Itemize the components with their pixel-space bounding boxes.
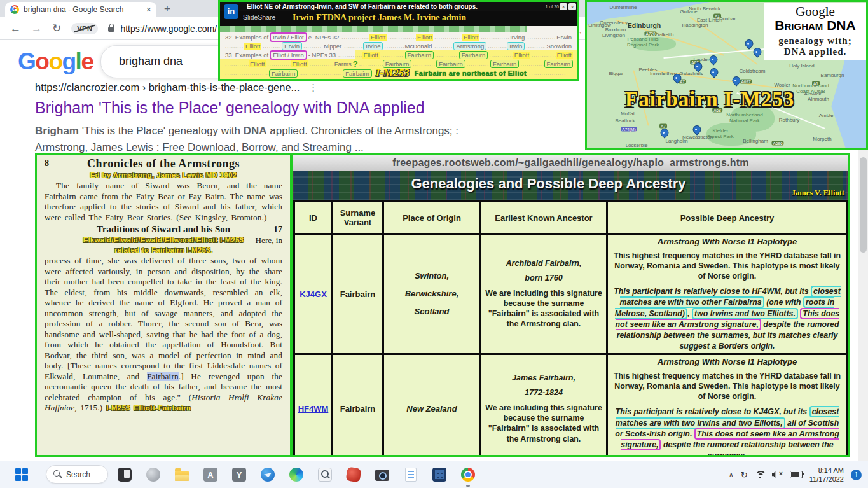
taskbar-search[interactable]: Search bbox=[46, 465, 108, 484]
map-place-label: Morpeth bbox=[813, 136, 831, 142]
wifi-icon[interactable] bbox=[755, 471, 765, 478]
notification-badge[interactable]: 1 bbox=[851, 470, 862, 480]
map-place-label: Biggar bbox=[609, 71, 623, 76]
notes-app-icon[interactable] bbox=[403, 466, 419, 483]
map-place-label: Dunbar bbox=[719, 16, 736, 22]
dotted-leader: ........................................… bbox=[224, 61, 249, 67]
deep-ancestry-text: (one with bbox=[764, 298, 803, 307]
magnifier-app-icon bbox=[318, 468, 332, 482]
result-more-icon[interactable]: ⋮ bbox=[308, 82, 318, 94]
page-scrollbar[interactable] bbox=[858, 150, 868, 461]
back-button[interactable]: ← bbox=[10, 22, 21, 35]
chrome-browser-icon[interactable] bbox=[460, 466, 476, 483]
edge-browser-icon bbox=[289, 468, 303, 482]
map-pin-icon bbox=[708, 66, 720, 78]
pager-down-icon: ∨ bbox=[568, 3, 576, 10]
map-place-label: Lockerbie bbox=[626, 143, 648, 148]
lock-icon[interactable] bbox=[108, 27, 114, 32]
google-logo[interactable]: Google bbox=[18, 48, 93, 75]
clock[interactable]: 8:14 AM 11/17/2022 bbox=[809, 466, 844, 484]
map-info-box: Google Brigham DNA genealogy with; DNA a… bbox=[764, 3, 866, 60]
book-subtitle: Traditions of Siward and his Son 17 bbox=[45, 224, 282, 235]
google-logo-letter: o bbox=[35, 48, 48, 74]
chevron-up-icon[interactable]: ∧ bbox=[729, 471, 734, 479]
surname-token: Irvine bbox=[363, 42, 383, 50]
tab-close-icon[interactable]: × bbox=[146, 4, 151, 15]
dotted-leader: ........................................… bbox=[433, 34, 462, 40]
surname-token: Fairbairn are northeast of Elliot bbox=[413, 69, 528, 77]
book-page-image: 8 Chronicles of the Armstrongs Ed by Arm… bbox=[35, 153, 292, 457]
vpn-extension-badge[interactable]: VPN bbox=[71, 23, 98, 34]
reload-button[interactable]: ↻ bbox=[52, 22, 61, 35]
surname-token: Farms bbox=[333, 60, 353, 67]
dotted-leader: ........................................… bbox=[308, 61, 333, 67]
blue-grid-app-icon[interactable] bbox=[431, 466, 448, 483]
scrollbar-thumb[interactable] bbox=[860, 157, 867, 253]
thunderbird-icon[interactable] bbox=[259, 466, 276, 483]
magnifier-app-icon[interactable] bbox=[317, 466, 333, 483]
windows-taskbar: Search AY ∧ ↻ 8:14 AM 11/17/2022 1 bbox=[0, 461, 868, 488]
result-title-link[interactable]: Brigham 'This is the Place' genealogy wi… bbox=[35, 99, 582, 117]
dotted-leader: ........................................… bbox=[224, 71, 269, 76]
battery-icon[interactable] bbox=[790, 471, 803, 478]
forward-button: → bbox=[31, 22, 42, 35]
result-breadcrumb[interactable]: https://clancrozier.com › brigham-this-i… bbox=[35, 81, 300, 94]
banner-author: James V. Elliott bbox=[792, 188, 844, 198]
address-bar[interactable]: https://www.google.com/ bbox=[120, 24, 217, 34]
letter-y-app-icon: Y bbox=[232, 468, 246, 482]
new-tab-button[interactable]: + bbox=[164, 3, 170, 15]
pinned-apps: AY bbox=[116, 461, 476, 488]
map-place-label: Northumberland National Park bbox=[726, 112, 762, 123]
slideshare-image: Elliot NE of Armstrong-Irwin, and SW of … bbox=[218, 0, 579, 81]
dotted-leader: ........................................… bbox=[526, 34, 555, 40]
edge-browser-icon[interactable] bbox=[288, 466, 305, 483]
map-place-label: Edinburgh bbox=[628, 22, 661, 29]
snippet-text: Armstrong, James Lewis : Free Download, … bbox=[35, 141, 364, 153]
info-tagline-1: genealogy with; bbox=[764, 36, 866, 46]
map-place-label: Holy Island bbox=[789, 63, 815, 69]
origin-cell: New Zealand bbox=[387, 400, 477, 418]
surname-token: Snowdon bbox=[545, 43, 573, 50]
deep-ancestry-p2: This participant is relatively close to … bbox=[610, 407, 844, 457]
ancestor-note: We are including this signature because … bbox=[484, 288, 603, 330]
letter-y-app-icon[interactable]: Y bbox=[231, 466, 247, 483]
moon-app-icon[interactable] bbox=[145, 466, 162, 483]
name-row: ........................................… bbox=[224, 68, 573, 78]
red-app-icon[interactable] bbox=[345, 466, 362, 483]
surname-token: Fairbairn bbox=[459, 51, 488, 59]
paragraph-2-lead: Here, in bbox=[256, 235, 282, 246]
chrome-browser-icon bbox=[461, 468, 475, 482]
volume-muted-icon[interactable] bbox=[772, 471, 783, 478]
blue-grid-app-icon bbox=[432, 468, 446, 482]
road-shield: A74(M) bbox=[621, 127, 637, 132]
file-explorer-icon[interactable] bbox=[174, 466, 190, 483]
search-input[interactable] bbox=[118, 54, 222, 69]
info-brigham-dna: Brigham DNA bbox=[764, 18, 866, 33]
notes-app-icon bbox=[405, 468, 417, 482]
dotted-leader: ........................................… bbox=[411, 61, 436, 67]
highlighted-phrase: two Irwins and two Elliotts. bbox=[692, 308, 798, 319]
map-place-label: Broxburn bbox=[605, 27, 626, 32]
surname-token: Elliott bbox=[362, 52, 380, 59]
photos-app-icon[interactable] bbox=[116, 466, 133, 483]
surname-token: Irving bbox=[509, 34, 526, 41]
sync-icon[interactable]: ↻ bbox=[741, 470, 748, 480]
surname-token: e- NPEs 32 bbox=[307, 34, 341, 41]
start-button[interactable] bbox=[15, 468, 28, 481]
taskbar-search-label: Search bbox=[66, 470, 90, 479]
slideshare-caption: Elliot NE of Armstrong-Irwin, and SW of … bbox=[247, 3, 478, 10]
map-place-label: Moffat bbox=[621, 111, 635, 116]
dotted-leader: ........................................… bbox=[261, 43, 282, 49]
map-pin-icon bbox=[752, 46, 763, 57]
camera-app-icon[interactable] bbox=[374, 466, 390, 483]
paragraph-2-text: , 1715.) bbox=[74, 403, 102, 412]
dotted-leader: ........................................… bbox=[380, 52, 405, 58]
letter-a-app-icon[interactable]: A bbox=[202, 466, 219, 483]
surname-token: Irwin bbox=[507, 42, 525, 50]
browser-tab[interactable]: G brigham dna - Google Search × bbox=[5, 2, 156, 17]
kit-id-link: HF4WM bbox=[298, 404, 329, 414]
thunderbird-icon bbox=[261, 468, 275, 482]
dotted-leader: ........................................… bbox=[387, 34, 416, 40]
dotted-leader: ........................................… bbox=[302, 43, 322, 49]
col-header-surname: Surname Variant bbox=[333, 202, 383, 234]
